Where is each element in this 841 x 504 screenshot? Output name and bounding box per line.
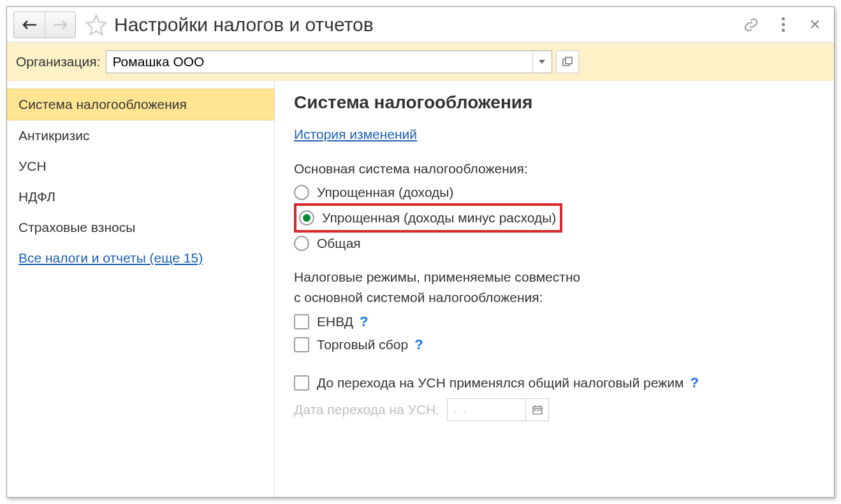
radio-label: Упрощенная (доходы минус расходы) [322, 210, 556, 226]
checkbox-envd-row: ЕНВД ? [294, 310, 815, 333]
link-icon[interactable] [743, 17, 759, 32]
titlebar: Настройки налогов и отчетов ✕ [7, 7, 834, 43]
more-menu-icon[interactable] [775, 17, 791, 32]
radio-icon [294, 185, 309, 200]
chevron-down-icon [539, 60, 545, 64]
additional-regimes-group: Налоговые режимы, применяемые совместно … [294, 270, 815, 356]
sidebar: Система налогообложения Антикризис УСН Н… [7, 81, 275, 497]
arrow-left-icon [22, 20, 36, 30]
help-icon[interactable]: ? [690, 375, 698, 391]
main-panel: Система налогообложения История изменени… [275, 81, 834, 497]
help-icon[interactable]: ? [414, 336, 423, 353]
nav-buttons [13, 11, 76, 38]
window-title: Настройки налогов и отчетов [114, 14, 743, 36]
sidebar-item-ndfl[interactable]: НДФЛ [7, 182, 274, 212]
help-icon[interactable]: ? [360, 313, 368, 330]
section-heading: Система налогообложения [294, 92, 815, 113]
primary-system-label: Основная система налогообложения: [294, 161, 815, 176]
checkbox-label: До перехода на УСН применялся общий нало… [317, 375, 684, 391]
sidebar-item-tax-system[interactable]: Система налогообложения [7, 89, 274, 120]
prior-regime-group: До перехода на УСН применялся общий нало… [294, 371, 815, 421]
settings-window: Настройки налогов и отчетов ✕ Организаци… [6, 6, 835, 498]
date-label: Дата перехода на УСН: [294, 402, 439, 417]
svg-rect-1 [566, 57, 572, 64]
content-area: Система налогообложения Антикризис УСН Н… [7, 81, 834, 497]
sidebar-item-label: Страховые взносы [18, 220, 135, 234]
org-dropdown-button[interactable] [532, 50, 552, 73]
arrow-right-icon [54, 20, 68, 30]
radio-simplified-income-minus-expenses[interactable]: Упрощенная (доходы минус расходы) [299, 207, 556, 229]
date-value: . . [448, 404, 525, 415]
checkbox-label: ЕНВД [317, 314, 353, 329]
history-link[interactable]: История изменений [294, 127, 417, 142]
radio-simplified-income[interactable]: Упрощенная (доходы) [294, 182, 815, 203]
all-taxes-link[interactable]: Все налоги и отчеты (еще 15) [18, 250, 203, 265]
back-button[interactable] [14, 12, 45, 38]
highlighted-option: Упрощенная (доходы минус расходы) [294, 203, 562, 233]
sidebar-item-label: Антикризис [18, 128, 89, 143]
radio-icon [299, 210, 314, 226]
favorite-star-icon[interactable] [85, 13, 108, 36]
checkbox-prior-general-row: До перехода на УСН применялся общий нало… [294, 371, 815, 394]
calendar-button[interactable] [525, 399, 548, 421]
sidebar-item-label: Система налогообложения [18, 97, 187, 112]
sidebar-item-label: УСН [18, 159, 47, 173]
close-button[interactable]: ✕ [807, 17, 823, 32]
svg-rect-8 [539, 410, 541, 411]
transition-date-row: Дата перехода на УСН: . . [294, 398, 815, 421]
checkbox-trade-fee[interactable] [294, 337, 309, 352]
regimes-label-line2: с основной системой налогообложения: [294, 290, 815, 305]
org-field [106, 50, 552, 73]
org-input[interactable] [106, 54, 532, 69]
checkbox-label: Торговый сбор [317, 337, 408, 352]
sidebar-item-anticrisis[interactable]: Антикризис [7, 120, 274, 151]
svg-rect-6 [534, 410, 536, 411]
org-open-button[interactable] [556, 50, 579, 73]
radio-icon [294, 236, 309, 251]
checkbox-prior-general[interactable] [294, 375, 309, 391]
sidebar-item-label: НДФЛ [18, 189, 55, 204]
radio-label: Упрощенная (доходы) [317, 185, 453, 200]
sidebar-all-reports: Все налоги и отчеты (еще 15) [7, 243, 274, 273]
sidebar-item-usn[interactable]: УСН [7, 151, 274, 182]
primary-system-group: Основная система налогообложения: Упроще… [294, 161, 815, 254]
open-external-icon [562, 57, 573, 67]
calendar-icon [532, 405, 543, 415]
radio-label: Общая [317, 236, 361, 251]
forward-button[interactable] [45, 12, 75, 38]
svg-rect-7 [537, 410, 538, 411]
checkbox-envd[interactable] [294, 314, 309, 329]
checkbox-trade-fee-row: Торговый сбор ? [294, 333, 815, 356]
organization-bar: Организация: [7, 43, 834, 81]
org-label: Организация: [16, 54, 101, 69]
sidebar-item-insurance[interactable]: Страховые взносы [7, 212, 274, 243]
radio-general[interactable]: Общая [294, 233, 815, 254]
regimes-label-line1: Налоговые режимы, применяемые совместно [294, 270, 815, 285]
date-field[interactable]: . . [447, 398, 549, 421]
